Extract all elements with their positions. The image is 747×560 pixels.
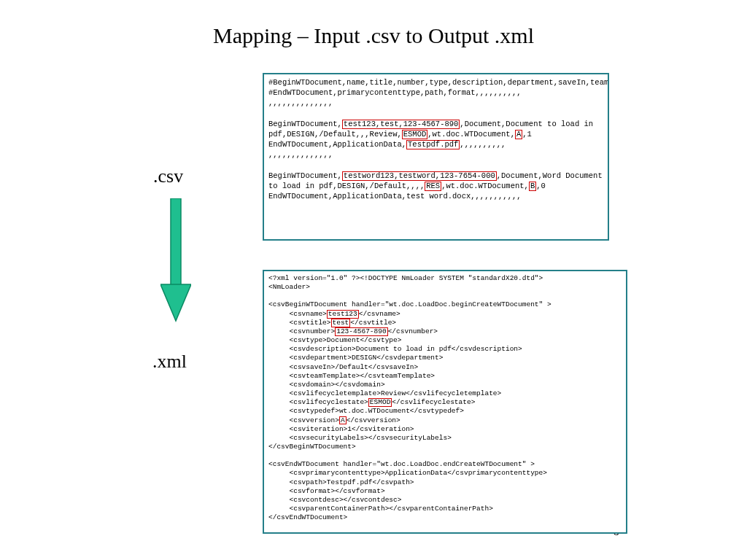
csv-rec1-end-a: EndWTDocument,ApplicationData, [268,140,406,149]
xml-lct: <csvlifecycletemplate>Review</csvlifecyc… [268,389,501,397]
xml-decl: <?xml version="1.0" ?><!DOCTYPE NmLoader… [268,274,543,282]
xml-type: <csvtype>Document</csvtype> [268,336,401,344]
csv-sep2: ,,,,,,,,,,,,,, [268,150,333,159]
csv-sep1: ,,,,,,,,,,,,,, [268,98,333,107]
xml-content-box: <?xml version="1.0" ?><!DOCTYPE NmLoader… [263,270,627,534]
xml-team: <csvteamTemplate></csvteamTemplate> [268,372,435,380]
xml-dept: <csvdepartment>DESIGN</csvdepartment> [268,354,443,362]
csv-content-box: #BeginWTDocument,name,title,number,type,… [263,73,609,241]
csv-rec1-mid3: ,1 [522,130,532,139]
csv-rec2-mid3: ,0 [536,182,546,190]
xml-begin-open: <csvBeginWTDocument handler="wt.doc.Load… [268,300,551,308]
xml-name-a: <csvname> [268,310,327,318]
xml-lcs-a: <csvlifecyclestate> [268,398,368,406]
csv-header2: #EndWTDocument,primarycontenttype,path,f… [268,88,522,97]
csv-rec1-end-b: ,,,,,,,,,, [460,140,506,149]
xml-pct: <csvprimarycontenttype>ApplicationData</… [268,469,547,477]
xml-ver-a: <csvversion> [268,416,339,424]
csv-rec2-hl2: RES [425,182,441,191]
csv-rec1-hl4: Testpdf.pdf [406,140,460,149]
xml-format: <csvformat></csvformat> [268,487,385,495]
csv-rec2-hl3: B [529,182,536,191]
xml-begin-close: </csvBeginWTDocument> [268,443,356,451]
xml-ver-b: </csvversion> [347,416,400,424]
xml-iter: <csviteration>1</csviteration> [268,425,414,433]
xml-name-hl: test123 [327,310,359,319]
svg-rect-0 [171,198,181,286]
xml-ver-hl: A [339,416,347,425]
csv-rec1-prefix: BeginWTDocument, [268,120,342,128]
xml-number-a: <csvnumber> [268,327,335,335]
down-arrow-icon [160,198,191,322]
xml-label: .xml [152,351,187,373]
xml-contdesc: <csvcontdesc></csvcontdesc> [268,496,401,504]
svg-marker-1 [160,284,191,321]
csv-rec1-mid2: ,wt.doc.WTDocument, [427,130,515,139]
csv-rec2-prefix: BeginWTDocument, [268,171,342,180]
xml-lcs-hl: ESMOD [368,398,392,407]
xml-root-open: <NmLoader> [268,283,310,291]
csv-rec1-hl2: ESMOD [402,130,428,139]
csv-rec2-end: EndWTDocument,ApplicationData,test word.… [268,192,522,201]
xml-parent: <csvparentContainerPath></csvparentConta… [268,505,493,513]
csv-rec2-hl1: testword123,testword,123-7654-000 [342,171,497,181]
xml-name-b: </csvname> [359,310,400,318]
xml-domain: <csvdomain></csvdomain> [268,381,385,389]
csv-rec2-mid2: ,wt.doc.WTDocument, [441,182,529,190]
xml-lcs-b: </csvlifecyclestate> [392,398,475,406]
slide-title: Mapping – Input .csv to Output .xml [0,23,747,48]
csv-rec1-hl1: test123,test,123-4567-890 [342,120,460,129]
xml-end-close: </csvEndWTDocument> [268,513,347,521]
xml-end-open: <csvEndWTDocument handler="wt.doc.LoadDo… [268,460,535,468]
xml-title-a: <csvtitle> [268,319,331,327]
xml-sec: <csvsecurityLabels></csvsecurityLabels> [268,434,452,442]
xml-path: <csvpath>Testpdf.pdf</csvpath> [268,478,414,486]
csv-header1: #BeginWTDocument,name,title,number,type,… [268,77,603,88]
xml-number-b: </csvnumber> [388,327,438,335]
xml-title-hl: test [331,319,351,327]
csv-rec1-hl3: A [515,130,522,139]
xml-savein: <csvsaveIn>/Default</csvsaveIn> [268,363,418,371]
csv-label: .csv [153,166,183,187]
xml-typedef: <csvtypedef>wt.doc.WTDocument</csvtypede… [268,407,464,415]
xml-number-hl: 123-4567-890 [335,327,387,336]
xml-desc: <csvdescription>Document to load in pdf<… [268,345,522,353]
xml-title-b: </csvtitle> [350,319,396,327]
